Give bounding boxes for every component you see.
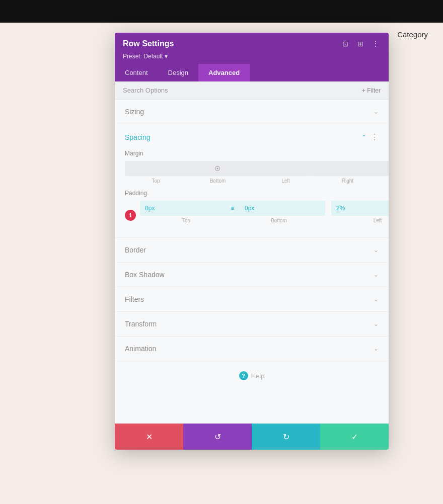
- sizing-title: Sizing: [125, 108, 144, 116]
- modal-header: Row Settings ⊡ ⊞ ⋮ Preset: Default ▾: [115, 33, 389, 64]
- animation-header[interactable]: Animation ⌄: [125, 337, 379, 361]
- help-label: Help: [251, 372, 265, 380]
- modal-body: Search Options + Filter Sizing ⌄ Spacing…: [115, 81, 389, 424]
- border-header[interactable]: Border ⌄: [125, 238, 379, 262]
- tab-design[interactable]: Design: [158, 64, 198, 81]
- modal-header-icons: ⊡ ⊞ ⋮: [340, 39, 381, 49]
- preset-arrow: ▾: [165, 53, 168, 60]
- spacing-header[interactable]: Spacing ⌃ ⋮: [125, 124, 379, 150]
- animation-chevron: ⌄: [374, 345, 379, 352]
- margin-top-bottom-group: [125, 161, 310, 176]
- section-box-shadow: Box Shadow ⌄: [115, 263, 389, 287]
- padding-labels: Top Bottom Left Right: [140, 218, 389, 223]
- filter-button[interactable]: + Filter: [362, 87, 381, 94]
- modal-title-row: Row Settings ⊡ ⊞ ⋮: [123, 39, 381, 53]
- cancel-icon: ✕: [146, 432, 153, 442]
- border-chevron: ⌄: [374, 246, 379, 254]
- margin-left-label: Left: [255, 178, 317, 184]
- modal-tabs: Content Design Advanced: [115, 64, 389, 81]
- filters-header[interactable]: Filters ⌄: [125, 287, 379, 311]
- spacing-menu[interactable]: ⋮: [371, 132, 379, 142]
- margin-tb-labels: Top Bottom: [125, 178, 249, 184]
- tab-content[interactable]: Content: [115, 64, 158, 81]
- padding-row-wrapper: 1: [125, 201, 379, 229]
- padding-top-bottom-group: [140, 201, 325, 216]
- padding-top-label: Top: [140, 218, 233, 223]
- section-transform: Transform ⌄: [115, 312, 389, 337]
- help-row[interactable]: ? Help: [115, 361, 389, 390]
- sizing-header[interactable]: Sizing ⌄: [125, 100, 379, 124]
- search-placeholder: Search Options: [123, 87, 168, 94]
- modal-title: Row Settings: [123, 39, 174, 48]
- padding-tb-labels: Top Bottom: [140, 218, 325, 223]
- padding-lr-labels: Left Right: [331, 218, 389, 223]
- category-label: Category: [397, 30, 428, 39]
- filters-title: Filters: [125, 295, 144, 303]
- margin-top-label: Top: [125, 178, 187, 184]
- margin-left-input[interactable]: [310, 161, 389, 176]
- margin-lr-labels: Left Right: [255, 178, 379, 184]
- box-shadow-chevron: ⌄: [374, 271, 379, 278]
- margin-tb-link-icon[interactable]: [210, 161, 225, 176]
- transform-header[interactable]: Transform ⌄: [125, 312, 379, 336]
- animation-title: Animation: [125, 345, 156, 353]
- box-shadow-header[interactable]: Box Shadow ⌄: [125, 263, 379, 287]
- padding-top-input[interactable]: [140, 201, 226, 216]
- margin-left-right-group: [310, 161, 389, 176]
- section-sizing: Sizing ⌄: [115, 100, 389, 124]
- transform-chevron: ⌄: [374, 320, 379, 327]
- undo-button[interactable]: ↺: [183, 424, 252, 450]
- row-settings-modal: Row Settings ⊡ ⊞ ⋮ Preset: Default ▾ Con…: [115, 33, 389, 450]
- search-bar: Search Options + Filter: [115, 81, 389, 100]
- padding-left-label: Left: [331, 218, 389, 223]
- padding-left-input[interactable]: [331, 201, 389, 216]
- spacing-title: Spacing: [125, 133, 151, 141]
- spacing-actions: ⌃ ⋮: [361, 132, 379, 142]
- box-shadow-title: Box Shadow: [125, 271, 165, 279]
- redo-icon: ↻: [283, 432, 289, 442]
- padding-bottom-label: Bottom: [233, 218, 325, 223]
- tab-advanced[interactable]: Advanced: [198, 64, 250, 81]
- spacing-chevron: ⌃: [361, 134, 366, 141]
- margin-label: Margin: [125, 150, 379, 157]
- margin-input-row: [125, 161, 379, 176]
- sizing-chevron: ⌄: [374, 108, 379, 115]
- section-spacing: Spacing ⌃ ⋮ Margin: [115, 124, 389, 238]
- save-button[interactable]: ✓: [320, 424, 389, 450]
- transform-title: Transform: [125, 320, 157, 328]
- columns-icon[interactable]: ⊞: [355, 39, 365, 49]
- section-filters: Filters ⌄: [115, 287, 389, 312]
- top-bar: [0, 0, 443, 23]
- margin-labels: Top Bottom Left Right: [125, 178, 379, 184]
- redo-button[interactable]: ↻: [252, 424, 320, 450]
- section-animation: Animation ⌄: [115, 337, 389, 361]
- padding-left-right-group: [331, 201, 389, 216]
- preset-row[interactable]: Preset: Default ▾: [123, 53, 381, 64]
- responsive-icon[interactable]: ⊡: [340, 39, 350, 49]
- help-icon: ?: [239, 371, 248, 380]
- margin-bottom-label: Bottom: [187, 178, 249, 184]
- padding-badge: 1: [125, 210, 136, 221]
- cancel-button[interactable]: ✕: [115, 424, 183, 450]
- margin-bottom-input[interactable]: [225, 161, 310, 176]
- margin-right-label: Right: [317, 178, 379, 184]
- border-title: Border: [125, 246, 146, 254]
- modal-footer: ✕ ↺ ↻ ✓: [115, 424, 389, 450]
- preset-label: Preset: Default: [123, 53, 163, 60]
- padding-tb-link-icon[interactable]: [226, 201, 240, 216]
- save-icon: ✓: [351, 432, 358, 442]
- spacing-content: Margin: [125, 150, 379, 237]
- padding-bottom-input[interactable]: [240, 201, 325, 216]
- padding-input-row: [140, 201, 389, 216]
- undo-icon: ↺: [214, 432, 221, 442]
- more-icon[interactable]: ⋮: [371, 39, 381, 49]
- filters-chevron: ⌄: [374, 296, 379, 303]
- padding-inputs: Top Bottom Left Right: [140, 201, 389, 229]
- margin-top-input[interactable]: [125, 161, 210, 176]
- padding-label: Padding: [125, 190, 379, 197]
- section-border: Border ⌄: [115, 238, 389, 263]
